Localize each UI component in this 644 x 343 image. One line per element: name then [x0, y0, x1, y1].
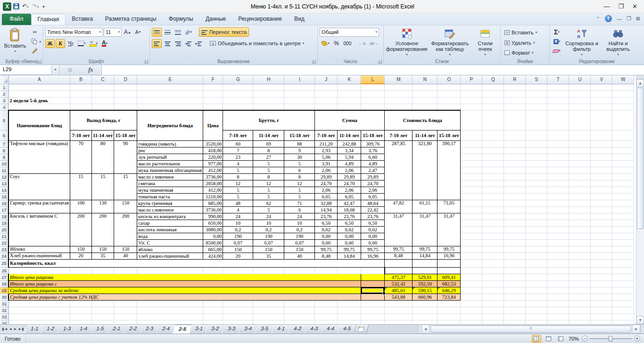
cell-K14[interactable]: 2,06 [338, 187, 361, 193]
cell-P26[interactable] [461, 267, 482, 274]
col-header-N[interactable]: N [413, 75, 438, 84]
row-header-24[interactable]: 24 [0, 253, 8, 259]
cell-U28[interactable] [569, 280, 591, 287]
format-as-table-button[interactable]: Форматировать как таблицу ▾ [429, 27, 471, 57]
cell-R13[interactable] [504, 180, 526, 187]
insert-cells-button[interactable]: + Вставить▾ [503, 28, 539, 37]
cell-E9[interactable]: лук репчатый [137, 154, 203, 160]
row-header-19[interactable]: 19 [0, 220, 8, 226]
cell-Q25[interactable] [482, 259, 504, 267]
cell-W4[interactable] [612, 104, 634, 110]
cell-M2[interactable] [385, 90, 413, 97]
cell-P33[interactable] [461, 313, 482, 320]
cell-D7[interactable]: 90 [114, 140, 137, 173]
cell-C34[interactable] [92, 320, 114, 324]
cell-T34[interactable] [547, 320, 569, 324]
cell-V34[interactable] [591, 320, 612, 324]
cell-S19[interactable] [526, 220, 547, 226]
cell-G12[interactable]: 8 [223, 173, 253, 180]
row-header-33[interactable]: 33 [0, 313, 8, 320]
cell-I10[interactable]: 5 [284, 160, 315, 167]
cell-S31[interactable] [526, 300, 547, 307]
row-header-34[interactable]: 34 [0, 320, 8, 324]
cell-B4[interactable] [70, 104, 92, 110]
cell-K10[interactable]: 4,89 [338, 160, 361, 167]
cell-E7[interactable]: говядина (мякоть) [137, 140, 203, 147]
cell-H13[interactable]: 12 [253, 180, 284, 187]
cell-U5[interactable] [569, 110, 591, 130]
cell-R27[interactable] [504, 274, 526, 280]
cell-L20[interactable]: 0,62 [361, 226, 385, 233]
cell-C18[interactable]: 200 [92, 213, 114, 246]
prev-sheet-icon[interactable]: ◄ [8, 327, 12, 331]
cell-U26[interactable] [569, 267, 591, 274]
cell-P28[interactable] [461, 280, 482, 287]
row-header-5[interactable]: 5 [0, 110, 8, 130]
cell-H26[interactable] [253, 267, 284, 274]
cell-U20[interactable] [569, 226, 591, 233]
cell-J24[interactable]: 8,48 [315, 253, 338, 259]
cell-B5[interactable]: Выход блюда, г [70, 110, 137, 130]
cell-H34[interactable] [253, 320, 284, 324]
cell-U27[interactable] [569, 274, 591, 280]
sheet-tab-2-4[interactable]: 2-4 [156, 325, 175, 334]
cell-Q20[interactable] [482, 226, 504, 233]
cell-T6[interactable] [547, 130, 569, 140]
cell-I2[interactable] [284, 90, 315, 97]
cell-T18[interactable] [547, 213, 569, 220]
cell-R5[interactable] [504, 110, 526, 130]
cell-Q10[interactable] [482, 160, 504, 167]
cell-B31[interactable] [70, 300, 92, 307]
cell-E3[interactable] [137, 97, 203, 104]
wrap-text-button[interactable]: Перенос текста [199, 27, 249, 37]
cell-V4[interactable] [591, 104, 612, 110]
cell-L13[interactable]: 24,70 [361, 180, 385, 187]
align-left-button[interactable] [152, 39, 162, 48]
cell-P8[interactable] [461, 147, 482, 154]
horizontal-scroll-thumb[interactable] [430, 326, 631, 333]
paste-dropdown-icon[interactable]: ▾ [14, 49, 16, 54]
cell-F14[interactable]: 412,00 [203, 187, 223, 193]
save-icon[interactable] [13, 3, 19, 9]
cell-B34[interactable] [70, 320, 92, 324]
col-header-D[interactable]: D [114, 75, 137, 84]
row-header-23[interactable]: 23 [0, 246, 8, 253]
cell-A16[interactable]: Гарнир: гречка рассыпчатая [8, 200, 70, 213]
name-box[interactable]: L29 [0, 65, 52, 75]
cell-Q17[interactable] [482, 206, 504, 213]
cell-S16[interactable] [526, 200, 547, 206]
cell-H15[interactable]: 5 [253, 193, 284, 200]
cell-K17[interactable]: 18,68 [338, 206, 361, 213]
cell-Q16[interactable] [482, 200, 504, 206]
cell-K9[interactable]: 5,94 [338, 154, 361, 160]
col-header-Q[interactable]: Q [482, 75, 504, 84]
cell-L8[interactable]: 3,76 [361, 147, 385, 154]
cell-E5[interactable]: Ингредиенты блюда [137, 110, 203, 140]
cell-J8[interactable]: 2,93 [315, 147, 338, 154]
cell-B6[interactable]: 7-10 лет [70, 130, 92, 140]
workbook-minimize-button[interactable]: — [617, 16, 622, 22]
cell-T8[interactable] [547, 147, 569, 154]
percent-style-button[interactable]: % [332, 39, 341, 48]
cell-F8[interactable]: 418,00 [203, 147, 223, 154]
cell-V24[interactable] [591, 253, 612, 259]
cell-D3[interactable] [114, 97, 137, 104]
row-header-13[interactable]: 13 [0, 180, 8, 187]
cell-E14[interactable]: мука пшеничная [137, 187, 203, 193]
cell-H33[interactable] [253, 313, 284, 320]
cell-O26[interactable] [438, 267, 461, 274]
cell-I24[interactable]: 40 [284, 253, 315, 259]
cell-T7[interactable] [547, 140, 569, 147]
cell-J23[interactable]: 99,75 [315, 246, 338, 253]
cell-G32[interactable] [223, 307, 253, 313]
cell-A7[interactable]: Тефтели мясные (говядина) [8, 140, 70, 173]
zoom-in-icon[interactable]: + [634, 335, 640, 342]
row-header-25[interactable]: 25 [0, 259, 8, 267]
cell-J5[interactable]: Сумма [315, 110, 385, 130]
cell-S18[interactable] [526, 213, 547, 220]
cell-V25[interactable] [591, 259, 612, 267]
cell-L14[interactable]: 2,06 [361, 187, 385, 193]
cell-R26[interactable] [504, 267, 526, 274]
row-header-8[interactable]: 8 [0, 147, 8, 154]
cell-U33[interactable] [569, 313, 591, 320]
